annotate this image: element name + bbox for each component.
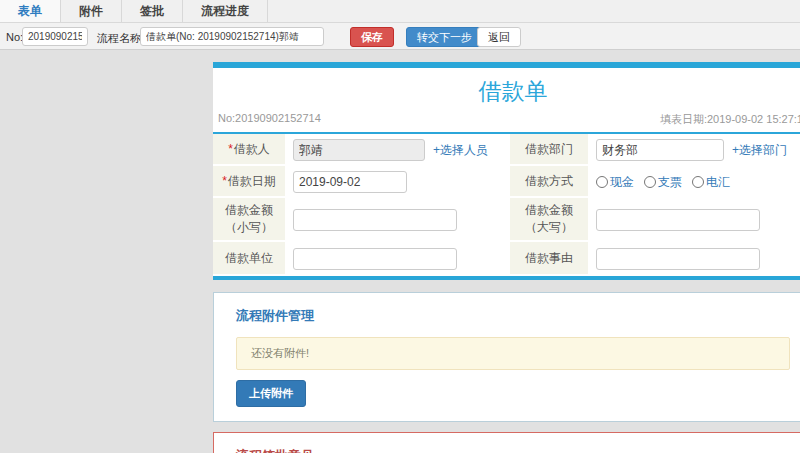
process-name-input[interactable] bbox=[140, 27, 324, 46]
no-input[interactable] bbox=[22, 27, 88, 46]
amount-small-input[interactable] bbox=[293, 209, 457, 231]
tab-process-progress[interactable]: 流程进度 bbox=[183, 0, 268, 22]
loan-form-card: 借款单 No:20190902152714 填表日期:2019-09-02 15… bbox=[213, 62, 800, 280]
no-label: No: bbox=[6, 31, 23, 43]
department-label: 借款部门 bbox=[510, 134, 588, 166]
select-person-link[interactable]: +选择人员 bbox=[433, 142, 488, 159]
upload-attachment-button[interactable]: 上传附件 bbox=[236, 380, 306, 407]
borrower-label: *借款人 bbox=[213, 134, 285, 166]
form-table: *借款人 +选择人员 借款部门 +选择部门 *借款日期 借款方式 现金 bbox=[213, 134, 800, 276]
method-label: 借款方式 bbox=[510, 166, 588, 198]
tab-approval[interactable]: 签批 bbox=[122, 0, 183, 22]
loan-date-input[interactable] bbox=[293, 171, 407, 193]
payment-method-radios: 现金 支票 电汇 bbox=[596, 174, 730, 191]
reason-label: 借款事由 bbox=[510, 242, 588, 276]
amount-big-label: 借款金额（大写） bbox=[510, 198, 588, 242]
form-title: 借款单 bbox=[213, 68, 800, 109]
no-attachments-alert: 还没有附件! bbox=[236, 337, 790, 370]
amount-small-label: 借款金额（小写） bbox=[213, 198, 285, 242]
form-no-text: No:20190902152714 bbox=[218, 112, 321, 127]
main-panel: 借款单 No:20190902152714 填表日期:2019-09-02 15… bbox=[213, 62, 800, 453]
approval-card: 流程签批意见 B I abc ✎ bbox=[213, 432, 800, 453]
amount-big-input[interactable] bbox=[596, 209, 760, 231]
tab-bar: 表单 附件 签批 流程进度 bbox=[0, 0, 800, 23]
form-date-text: 填表日期:2019-09-02 15:27:1 bbox=[660, 112, 800, 127]
accent-bar-bottom bbox=[213, 276, 800, 280]
unit-label: 借款单位 bbox=[213, 242, 285, 276]
form-meta: No:20190902152714 填表日期:2019-09-02 15:27:… bbox=[213, 109, 800, 134]
select-department-link[interactable]: +选择部门 bbox=[732, 142, 787, 159]
toolbar: No: 流程名称: 保存 转交下一步 返回 bbox=[0, 23, 800, 50]
attachments-heading: 流程附件管理 bbox=[236, 307, 790, 325]
department-input[interactable] bbox=[596, 139, 724, 161]
unit-input[interactable] bbox=[293, 248, 457, 270]
radio-cheque[interactable]: 支票 bbox=[644, 174, 682, 191]
next-step-button[interactable]: 转交下一步 bbox=[406, 27, 483, 47]
tab-attachments[interactable]: 附件 bbox=[61, 0, 122, 22]
attachments-card: 流程附件管理 还没有附件! 上传附件 bbox=[213, 292, 800, 422]
loan-date-label: *借款日期 bbox=[213, 166, 285, 198]
borrower-input[interactable] bbox=[293, 139, 425, 161]
reason-input[interactable] bbox=[596, 248, 760, 270]
tab-form[interactable]: 表单 bbox=[0, 0, 61, 22]
back-button[interactable]: 返回 bbox=[477, 27, 521, 47]
approval-heading: 流程签批意见 bbox=[236, 447, 790, 453]
save-button[interactable]: 保存 bbox=[350, 27, 394, 47]
radio-wire[interactable]: 电汇 bbox=[692, 174, 730, 191]
process-name-label: 流程名称: bbox=[97, 31, 144, 46]
radio-cash[interactable]: 现金 bbox=[596, 174, 634, 191]
